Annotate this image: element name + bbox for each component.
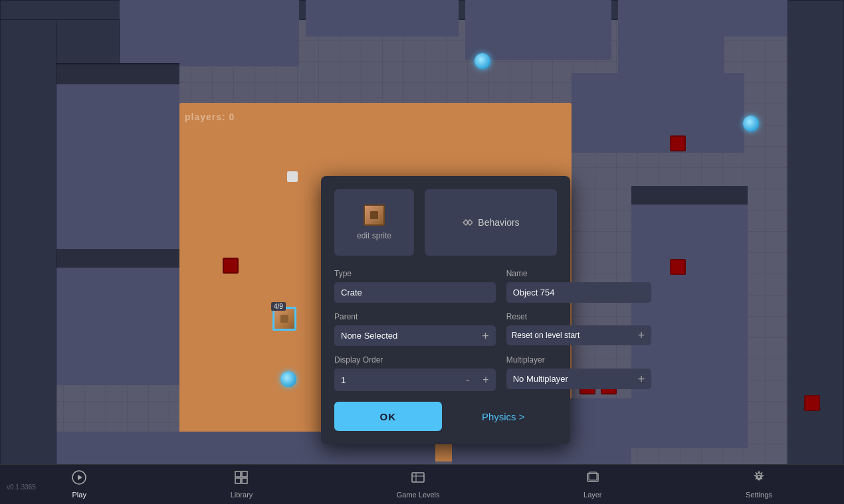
library-label: Library: [231, 491, 253, 499]
display-plus-button[interactable]: +: [476, 369, 495, 391]
svg-rect-6: [412, 473, 424, 482]
top-wall-4: [618, 0, 788, 37]
selected-badge: 4/9: [271, 302, 286, 311]
name-label: Name: [506, 269, 652, 278]
top-wall-2: [306, 0, 459, 37]
settings-icon: [752, 470, 766, 488]
modal-actions: OK Physics >: [334, 402, 557, 431]
toolbar-item-settings[interactable]: Settings: [732, 466, 786, 503]
modal-top-section: edit sprite Behaviors: [334, 189, 557, 256]
svg-rect-5: [242, 478, 247, 483]
multiplayer-group: Multiplayer +: [506, 355, 652, 391]
wall-left: [0, 0, 56, 504]
svg-rect-2: [235, 471, 241, 477]
wall-right: [788, 0, 844, 504]
right-wall-top: [572, 73, 744, 153]
reset-label: Reset: [506, 312, 652, 321]
fence-right: [631, 186, 748, 205]
svg-rect-3: [242, 471, 247, 477]
parent-input[interactable]: [334, 325, 475, 346]
form-grid: Type Name Parent + Reset + Display O: [334, 269, 557, 391]
players-label: players: 0: [185, 112, 235, 122]
parent-group: Parent +: [334, 312, 496, 346]
name-input[interactable]: [506, 282, 652, 303]
orb-2: [743, 116, 759, 131]
layer-label: Layer: [583, 491, 602, 499]
svg-marker-1: [78, 475, 82, 480]
top-wall-1: [120, 0, 299, 66]
reset-plus-button[interactable]: +: [631, 329, 652, 341]
name-group: Name: [506, 269, 652, 303]
orb-1: [475, 53, 490, 69]
version-label: v0.1.3365: [7, 483, 36, 491]
toolbar-item-game-levels[interactable]: Game Levels: [383, 466, 453, 503]
multiplayer-input-container: +: [506, 369, 652, 389]
reset-input-container: +: [506, 325, 652, 345]
fence-left-2: [56, 249, 179, 268]
game-obj-3: [670, 259, 686, 275]
display-minus-button[interactable]: -: [459, 369, 476, 391]
object-properties-modal: edit sprite Behaviors Type Name: [321, 176, 570, 444]
game-obj-1: [223, 258, 239, 274]
play-icon: [72, 470, 86, 488]
left-wall-mid: [56, 66, 179, 279]
layer-icon: [585, 470, 600, 488]
reset-group: Reset +: [506, 312, 652, 346]
parent-label: Parent: [334, 312, 496, 321]
edit-sprite-button[interactable]: edit sprite: [334, 189, 414, 256]
settings-label: Settings: [746, 491, 772, 499]
left-wall-bot: [56, 252, 179, 385]
display-order-input[interactable]: [334, 370, 459, 390]
display-order-label: Display Order: [334, 355, 496, 365]
multiplayer-input[interactable]: [506, 369, 631, 389]
reset-input[interactable]: [506, 325, 631, 345]
toolbar-item-layer[interactable]: Layer: [570, 466, 615, 503]
behaviors-icon: [462, 217, 473, 228]
top-wall-3: [465, 0, 611, 60]
multiplayer-label: Multiplayer: [506, 355, 652, 365]
display-order-group: Display Order - +: [334, 355, 496, 391]
svg-point-11: [757, 475, 761, 479]
fence-left: [56, 63, 179, 84]
behaviors-button[interactable]: Behaviors: [425, 189, 557, 256]
game-levels-label: Game Levels: [397, 491, 440, 499]
type-group: Type: [334, 269, 496, 303]
physics-button[interactable]: Physics >: [450, 402, 558, 431]
orb-3: [280, 371, 296, 387]
parent-plus-button[interactable]: +: [475, 330, 496, 342]
behaviors-label: Behaviors: [478, 217, 519, 228]
game-levels-icon: [411, 470, 425, 488]
display-order-stepper: - +: [334, 369, 496, 391]
bottom-toolbar: Play Library Game Levels: [0, 464, 844, 504]
toolbar-item-play[interactable]: Play: [58, 466, 100, 503]
type-input[interactable]: [334, 282, 496, 303]
svg-rect-4: [235, 478, 241, 483]
multiplayer-plus-button[interactable]: +: [631, 373, 652, 385]
ok-button[interactable]: OK: [334, 402, 442, 431]
game-obj-2: [670, 135, 686, 151]
sprite-label: edit sprite: [357, 231, 391, 240]
library-icon: [234, 470, 249, 488]
parent-input-container: +: [334, 325, 496, 346]
toolbar-item-library[interactable]: Library: [217, 466, 266, 503]
play-label: Play: [72, 491, 86, 499]
type-label: Type: [334, 269, 496, 278]
char-sprite: [287, 171, 298, 182]
game-obj-6: [804, 395, 820, 411]
